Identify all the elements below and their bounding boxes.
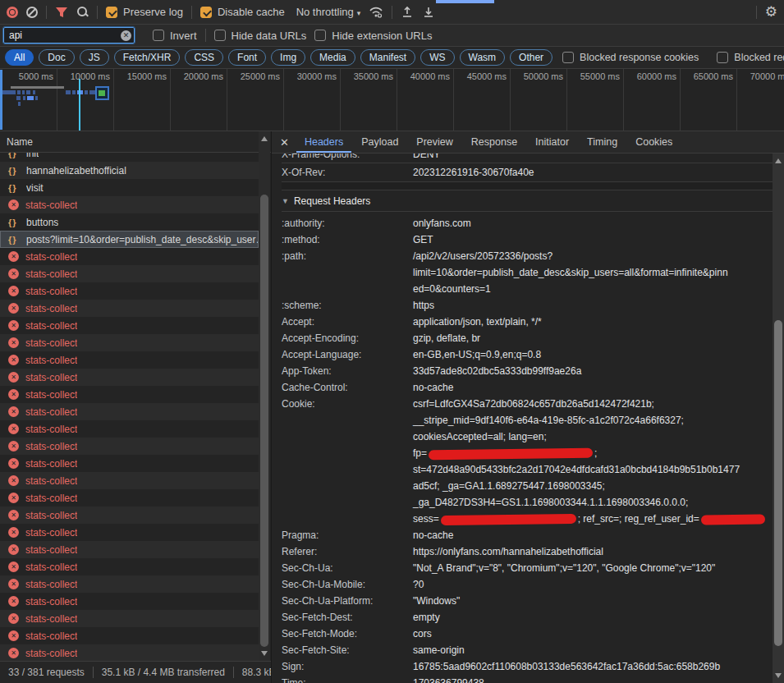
scrollbar-thumb[interactable] xyxy=(260,195,268,647)
request-row[interactable]: ✕stats-collect xyxy=(0,455,259,472)
type-filter-other[interactable]: Other xyxy=(510,49,552,66)
request-list-scrollbar[interactable] xyxy=(259,131,270,661)
toolbar-divider xyxy=(97,6,98,19)
hide-extension-urls-checkbox[interactable]: Hide extension URLs xyxy=(314,30,432,42)
scroll-up-icon[interactable] xyxy=(775,158,782,163)
request-row[interactable]: ✕stats-collect xyxy=(0,334,259,351)
network-overview-timeline[interactable]: 5000 ms10000 ms15000 ms20000 ms25000 ms3… xyxy=(0,69,784,131)
clear-network-log-icon[interactable] xyxy=(26,7,38,18)
header-value: https xyxy=(413,297,773,314)
tab-timing[interactable]: Timing xyxy=(579,131,626,153)
error-icon: ✕ xyxy=(8,458,19,469)
checkbox-unchecked-icon xyxy=(562,52,574,63)
hide-data-urls-checkbox[interactable]: Hide data URLs xyxy=(214,30,307,42)
header-value: DENY xyxy=(413,154,773,163)
request-row[interactable]: ✕stats-collect xyxy=(0,386,259,403)
column-header-name[interactable]: Name xyxy=(0,131,271,153)
filter-input[interactable] xyxy=(3,27,135,44)
request-row[interactable]: ✕stats-collect xyxy=(0,196,259,213)
tab-initiator[interactable]: Initiator xyxy=(527,131,577,153)
type-filter-ws[interactable]: WS xyxy=(420,49,454,66)
clear-filter-icon[interactable]: ✕ xyxy=(121,30,131,41)
tab-headers[interactable]: Headers xyxy=(296,131,351,153)
type-filter-img[interactable]: Img xyxy=(271,49,305,66)
search-icon[interactable] xyxy=(76,6,89,18)
redaction-scribble xyxy=(441,514,576,525)
request-row[interactable]: ✕stats-collect xyxy=(0,558,259,575)
type-filter-js[interactable]: JS xyxy=(80,49,109,66)
scroll-up-icon[interactable] xyxy=(261,136,268,141)
request-row[interactable]: {}init xyxy=(0,153,259,162)
request-row[interactable]: {}posts?limit=10&order=publish_date_desc… xyxy=(0,231,259,248)
gear-icon[interactable]: ⚙ xyxy=(765,5,777,19)
request-row[interactable]: ✕stats-collect xyxy=(0,420,259,438)
invert-checkbox[interactable]: Invert xyxy=(153,30,197,42)
request-row[interactable]: ✕stats-collect xyxy=(0,438,259,455)
type-filter-wasm[interactable]: Wasm xyxy=(460,49,506,66)
tab-cookies[interactable]: Cookies xyxy=(627,131,681,153)
request-row[interactable]: ✕stats-collect xyxy=(0,369,259,386)
request-row[interactable]: ✕stats-collect xyxy=(0,317,259,334)
scroll-down-icon[interactable] xyxy=(775,673,782,678)
request-row[interactable]: ✕stats-collect xyxy=(0,507,259,524)
request-row[interactable]: ✕stats-collect xyxy=(0,248,259,265)
timeline-tick-label: 60000 ms xyxy=(623,71,680,81)
record-icon[interactable] xyxy=(7,7,18,18)
request-row[interactable]: {}visit xyxy=(0,179,259,196)
request-headers-section[interactable]: ▼ Request Headers xyxy=(282,190,773,212)
request-row[interactable]: ✕stats-collect xyxy=(0,524,259,541)
waterfall-bar xyxy=(33,90,35,94)
request-row[interactable]: {}hannahelizabethofficial xyxy=(0,162,259,179)
request-row[interactable]: ✕stats-collect xyxy=(0,627,259,644)
details-scrollbar[interactable] xyxy=(773,154,784,683)
request-row[interactable]: ✕stats-collect xyxy=(0,593,259,610)
request-row[interactable]: ✕stats-collect xyxy=(0,472,259,489)
request-row[interactable]: ✕stats-collect xyxy=(0,300,259,317)
request-row[interactable]: ✕stats-collect xyxy=(0,489,259,507)
request-row[interactable]: ✕stats-collect xyxy=(0,403,259,420)
throttling-select[interactable]: No throttling▾ xyxy=(296,6,361,18)
overview-window-handle[interactable] xyxy=(0,70,2,130)
scroll-down-icon[interactable] xyxy=(261,651,268,656)
resources-size: 88.3 kB xyxy=(242,667,271,678)
request-row[interactable]: ✕stats-collect xyxy=(0,575,259,593)
type-filter-media[interactable]: Media xyxy=(310,49,355,66)
checkbox-unchecked-icon xyxy=(314,30,326,41)
request-header-row: App-Token:33d57ade8c02dbc5a333db99ff9ae2… xyxy=(282,363,773,379)
scrollbar-thumb[interactable] xyxy=(774,320,782,646)
request-row[interactable]: ✕stats-collect xyxy=(0,351,259,369)
error-icon: ✕ xyxy=(8,510,19,520)
request-row[interactable]: ✕stats-collect xyxy=(0,610,259,627)
type-filter-doc[interactable]: Doc xyxy=(39,49,74,66)
preserve-log-checkbox[interactable]: Preserve log xyxy=(106,6,183,18)
type-filter-all[interactable]: All xyxy=(5,49,34,66)
request-row[interactable]: ✕stats-collect xyxy=(0,644,259,661)
request-row[interactable]: ✕stats-collect xyxy=(0,282,259,300)
import-har-icon[interactable] xyxy=(401,6,414,18)
header-value-line: gzip, deflate, br xyxy=(413,330,773,346)
type-filter-font[interactable]: Font xyxy=(228,49,266,66)
network-conditions-icon[interactable] xyxy=(369,6,383,18)
header-value: GET xyxy=(413,231,773,248)
blocked-requests-checkbox[interactable]: Blocked requests xyxy=(717,52,784,63)
request-name: stats-collect xyxy=(25,527,77,539)
summary-divider xyxy=(233,667,234,678)
type-filter-css[interactable]: CSS xyxy=(185,49,223,66)
export-har-icon[interactable] xyxy=(422,6,435,18)
header-value: /api2/v2/users/20572336/posts?limit=10&o… xyxy=(413,248,773,297)
blocked-response-cookies-checkbox[interactable]: Blocked response cookies xyxy=(562,52,699,63)
close-icon[interactable]: ✕ xyxy=(278,136,296,149)
tab-payload[interactable]: Payload xyxy=(353,131,406,153)
request-header-row: Sign:16785:5aad9602cf110608b03133de56364… xyxy=(282,658,773,675)
tab-preview[interactable]: Preview xyxy=(408,131,461,153)
request-row[interactable]: ✕stats-collect xyxy=(0,541,259,558)
type-filter-fetch-xhr[interactable]: Fetch/XHR xyxy=(114,49,181,66)
filter-icon[interactable] xyxy=(55,7,68,18)
tab-response[interactable]: Response xyxy=(463,131,525,153)
request-row[interactable]: {}buttons xyxy=(0,213,259,231)
header-value-line: ?0 xyxy=(413,576,773,593)
disable-cache-checkbox[interactable]: Disable cache xyxy=(200,6,285,18)
request-row[interactable]: ✕stats-collect xyxy=(0,265,259,282)
type-filter-manifest[interactable]: Manifest xyxy=(360,49,415,66)
error-icon: ✕ xyxy=(8,630,19,641)
